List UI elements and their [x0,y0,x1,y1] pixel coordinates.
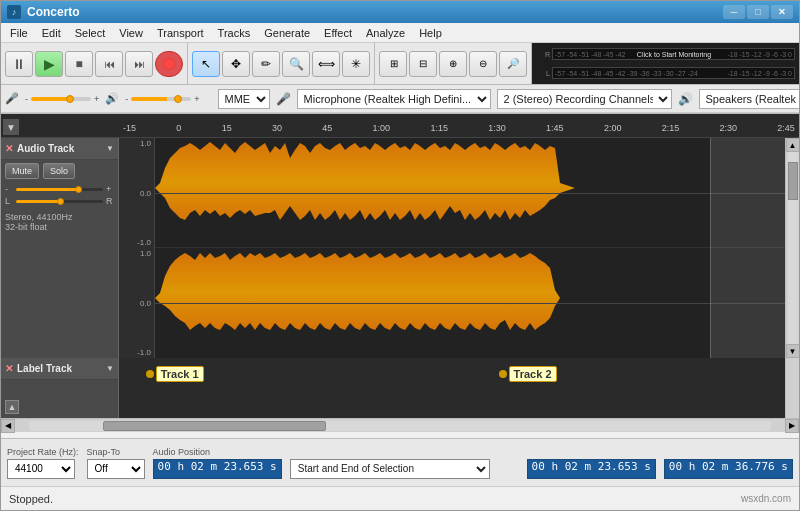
selection-mode-group: Start and End of Selection [290,447,519,479]
menu-view[interactable]: View [112,25,150,41]
snap-to-select[interactable]: Off [87,459,145,479]
label-expand-button[interactable]: ▲ [5,400,19,414]
hscroll-track[interactable] [29,421,771,431]
audio-track-header: ✕ Audio Track ▼ [1,138,118,160]
hscrollbar[interactable]: ◀ ▶ [1,418,799,432]
record-button[interactable] [155,51,183,77]
zoom-out-button[interactable]: ⊖ [469,51,497,77]
ruler-mark: 2:00 [604,123,622,133]
sel-start-group: 00 h 02 m 23.653 s [527,447,656,479]
channels-select[interactable]: 2 (Stereo) Recording Channels [497,89,672,109]
close-button[interactable]: ✕ [771,5,793,19]
hscroll-right[interactable]: ▶ [785,419,799,433]
input-device-select[interactable]: Microphone (Realtek High Defini... [297,89,491,109]
hscroll-left[interactable]: ◀ [1,419,15,433]
scale-top: 1.0 [122,139,151,148]
output-device-select[interactable]: Speakers (Realtek High Definiti... [699,89,800,109]
project-rate-group: Project Rate (Hz): 44100 [7,447,79,479]
select-tool-button[interactable]: ↖ [192,51,220,77]
snap-to-label: Snap-To [87,447,145,457]
zoom-tool-button[interactable]: 🔍 [282,51,310,77]
monitor-btn[interactable]: Click to Start Monitoring [637,51,711,58]
volume-slider[interactable] [16,188,103,191]
vscroll-down[interactable]: ▼ [786,344,800,358]
speaker-icon2: 🔊 [678,92,693,106]
menu-select[interactable]: Select [68,25,113,41]
timeline-arrow[interactable]: ▼ [3,119,19,135]
window-controls: ─ □ ✕ [723,5,793,19]
solo-button[interactable]: Solo [43,163,75,179]
play-button[interactable]: ▶ [35,51,63,77]
scale-bot: -1.0 [122,238,151,247]
sel-end-field[interactable]: 00 h 02 m 36.776 s [664,459,793,479]
fit-track-button[interactable]: ⊟ [409,51,437,77]
project-rate-select[interactable]: 44100 [7,459,75,479]
app-icon: ♪ [7,5,21,19]
pause-button[interactable]: ⏸ [5,51,33,77]
menu-generate[interactable]: Generate [257,25,317,41]
audio-track-close[interactable]: ✕ [5,143,13,154]
mixer-row: 🎤 - + 🔊 - + MME 🎤 Microphone (Realtek Hi… [1,85,799,113]
label-track-menu[interactable]: ▼ [106,364,114,373]
audio-track-area: ✕ Audio Track ▼ Mute Solo - [1,138,799,358]
snap-to-group: Snap-To Off [87,447,145,479]
zoom-sel-button[interactable]: ⊕ [439,51,467,77]
audio-track-menu[interactable]: ▼ [106,144,114,153]
api-select[interactable]: MME [218,89,270,109]
envelope-tool-button[interactable]: ✥ [222,51,250,77]
menu-transport[interactable]: Transport [150,25,211,41]
sel-end-group: 00 h 02 m 36.776 s [664,447,793,479]
menu-edit[interactable]: Edit [35,25,68,41]
vol-plus: + [106,184,114,194]
skip-forward-button[interactable]: ⏭ [125,51,153,77]
ruler-mark: 2:30 [720,123,738,133]
label-track2[interactable]: Track 2 [499,366,557,382]
vscroll-thumb[interactable] [788,162,798,200]
scale-mid: 0.0 [122,189,151,198]
label-content[interactable]: Track 1 Track 2 [119,358,785,418]
audio-track-controls: ✕ Audio Track ▼ Mute Solo - [1,138,119,358]
sel-start-field[interactable]: 00 h 02 m 23.653 s [527,459,656,479]
title-bar: ♪ Concerto ─ □ ✕ [1,1,799,23]
selection-mode-label [290,447,519,457]
label-track1[interactable]: Track 1 [146,366,204,382]
menu-analyze[interactable]: Analyze [359,25,412,41]
mute-solo-area: Mute Solo [1,160,118,182]
multi-tool-button[interactable]: ✳ [342,51,370,77]
label-box-track1[interactable]: Track 1 [156,366,204,382]
sel-end-label [664,447,793,457]
bottom-controls: Project Rate (Hz): 44100 Snap-To Off Aud… [1,438,799,486]
label-box-track2[interactable]: Track 2 [509,366,557,382]
label-track-area: ✕ Label Track ▼ ▲ Track 1 [1,358,799,418]
input-volume-slider[interactable]: - + [25,94,99,104]
fit-project-button[interactable]: ⊞ [379,51,407,77]
vscroll-track[interactable] [788,152,798,344]
waveform-area[interactable]: 1.0 0.0 -1.0 1.0 0.0 -1.0 [119,138,785,358]
draw-tool-button[interactable]: ✏ [252,51,280,77]
scale-bot2: -1.0 [122,348,151,357]
output-volume-slider[interactable]: - + [125,94,199,104]
zoom-in-button[interactable]: 🔎 [499,51,527,77]
ruler-mark: 1:30 [488,123,506,133]
menu-help[interactable]: Help [412,25,449,41]
track-vscrollbar[interactable]: ▲ ▼ [785,138,799,358]
time-shift-button[interactable]: ⟺ [312,51,340,77]
maximize-button[interactable]: □ [747,5,769,19]
selection-mode-select[interactable]: Start and End of Selection [290,459,490,479]
menu-effect[interactable]: Effect [317,25,359,41]
stop-button[interactable]: ■ [65,51,93,77]
mute-button[interactable]: Mute [5,163,39,179]
menu-file[interactable]: File [3,25,35,41]
skip-back-button[interactable]: ⏮ [95,51,123,77]
speaker-icon: 🔊 [105,92,119,105]
minimize-button[interactable]: ─ [723,5,745,19]
status-text: Stopped. [9,493,731,505]
hscroll-thumb[interactable] [103,421,326,431]
pan-slider[interactable] [16,200,103,203]
audio-position-field[interactable]: 00 h 02 m 23.653 s [153,459,282,479]
menu-bar: File Edit Select View Transport Tracks G… [1,23,799,43]
pan-right: R [106,196,114,206]
menu-tracks[interactable]: Tracks [211,25,258,41]
label-track-close[interactable]: ✕ [5,363,13,374]
vscroll-up[interactable]: ▲ [786,138,800,152]
